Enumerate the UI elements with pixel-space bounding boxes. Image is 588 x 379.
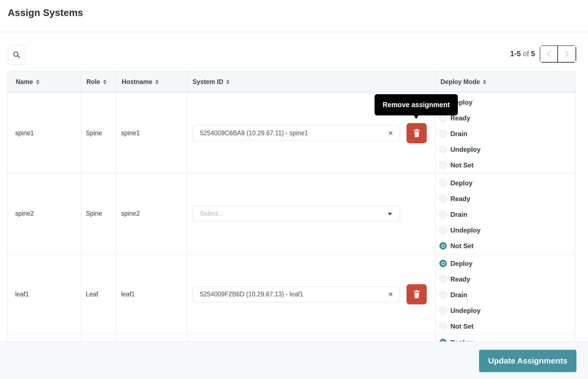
- cell-role: Spine: [81, 174, 117, 254]
- radio-unselected[interactable]: [439, 161, 447, 169]
- deploy-mode-option[interactable]: Undeploy: [439, 142, 575, 157]
- page-header: Assign Systems: [0, 0, 588, 32]
- radio-unselected[interactable]: [439, 226, 447, 234]
- column-header-hostname[interactable]: Hostname: [117, 72, 188, 92]
- radio-unselected[interactable]: [439, 114, 447, 122]
- radio-selected[interactable]: [439, 242, 447, 250]
- radio-unselected[interactable]: [439, 179, 447, 187]
- radio-unselected[interactable]: [439, 130, 447, 137]
- cell-hostname: spine1: [117, 93, 188, 173]
- cell-system-id: 5254009F2B6D (10.29.67.13) - leaf1 ✕: [188, 254, 435, 334]
- cell-system-id: Select...: [188, 174, 435, 254]
- deploy-mode-option[interactable]: Deploy: [439, 175, 575, 191]
- assign-systems-page: Assign Systems 1-5of5: [0, 0, 588, 379]
- radio-unselected[interactable]: [439, 307, 447, 314]
- radio-unselected[interactable]: [439, 146, 447, 153]
- remove-assignment-button[interactable]: [407, 123, 427, 143]
- pagination-range: 1-5of5: [510, 50, 535, 58]
- footer-bar: Update Assignments: [0, 342, 588, 379]
- cell-deploy-mode: Deploy Ready Drain Undeploy Not Set: [435, 174, 575, 254]
- radio-unselected[interactable]: [439, 211, 447, 218]
- remove-assignment-button[interactable]: [407, 284, 427, 304]
- column-header-name[interactable]: Name: [7, 72, 81, 92]
- next-page-button[interactable]: [558, 45, 576, 63]
- chevron-left-icon: [547, 50, 551, 58]
- deploy-mode-option[interactable]: Undeploy: [439, 303, 575, 318]
- sort-icon: [103, 80, 106, 84]
- deploy-mode-option[interactable]: Ready: [439, 271, 575, 287]
- search-icon: [12, 51, 21, 59]
- cell-name: spine1: [7, 93, 81, 173]
- cell-deploy-mode: Deploy Ready Drain Undeploy Not Set: [435, 254, 575, 334]
- radio-unselected[interactable]: [439, 275, 447, 283]
- radio-selected[interactable]: [439, 260, 447, 267]
- cell-role: Spine: [81, 93, 117, 173]
- system-id-select[interactable]: Select...: [193, 206, 400, 221]
- sort-icon: [36, 80, 39, 84]
- cell-hostname: leaf1: [117, 254, 188, 334]
- cell-name: leaf1: [7, 254, 81, 334]
- radio-unselected[interactable]: [439, 323, 447, 330]
- deploy-mode-option[interactable]: Ready: [439, 110, 575, 126]
- table-header-row: Name Role Hostname System ID Deploy Mode: [7, 72, 575, 93]
- caret-down-icon[interactable]: [388, 213, 392, 215]
- deploy-mode-option[interactable]: Not Set: [439, 238, 575, 254]
- column-header-system-id[interactable]: System ID: [188, 72, 435, 92]
- chevron-right-icon: [565, 50, 569, 58]
- trash-icon: [412, 289, 421, 299]
- clear-icon[interactable]: ✕: [388, 291, 393, 297]
- pagination: 1-5of5: [510, 45, 576, 63]
- table-row: leaf1 Leaf leaf1 5254009F2B6D (10.29.67.…: [7, 254, 575, 334]
- update-assignments-button[interactable]: Update Assignments: [479, 350, 576, 372]
- deploy-mode-option[interactable]: Not Set: [439, 318, 575, 334]
- deploy-mode-option[interactable]: Undeploy: [439, 222, 575, 238]
- table-row: spine2 Spine spine2 Select... Deploy Rea…: [7, 173, 575, 254]
- deploy-mode-option[interactable]: Drain: [439, 126, 575, 142]
- remove-assignment-tooltip: Remove assignment: [375, 94, 458, 115]
- clear-icon[interactable]: ✕: [388, 130, 393, 136]
- system-id-select[interactable]: 5254009F2B6D (10.29.67.13) - leaf1 ✕: [193, 286, 400, 302]
- search-button[interactable]: [8, 45, 25, 64]
- system-id-select[interactable]: 5254009C6BA9 (10.29.67.11) - spine1 ✕: [193, 125, 400, 141]
- prev-page-button[interactable]: [540, 45, 558, 63]
- deploy-mode-option[interactable]: Deploy: [439, 256, 575, 271]
- sort-icon: [483, 80, 486, 84]
- tooltip-arrow: [414, 115, 419, 119]
- column-header-deploy-mode[interactable]: Deploy Mode: [435, 72, 575, 92]
- pagination-buttons: [539, 45, 576, 63]
- sort-icon: [155, 80, 159, 84]
- systems-table: Name Role Hostname System ID Deploy Mode: [7, 71, 576, 379]
- sort-icon: [226, 80, 229, 84]
- column-header-role[interactable]: Role: [81, 72, 117, 92]
- radio-unselected[interactable]: [439, 291, 447, 299]
- radio-unselected[interactable]: [439, 195, 447, 202]
- deploy-mode-option[interactable]: Drain: [439, 207, 575, 222]
- trash-icon: [412, 128, 421, 138]
- deploy-mode-option[interactable]: Not Set: [439, 157, 575, 173]
- deploy-mode-option[interactable]: Deploy: [439, 94, 575, 110]
- cell-role: Leaf: [81, 254, 117, 334]
- table-row: spine1 Spine spine1 5254009C6BA9 (10.29.…: [7, 93, 575, 173]
- cell-name: spine2: [7, 174, 81, 254]
- deploy-mode-option[interactable]: Ready: [439, 191, 575, 207]
- cell-hostname: spine2: [117, 174, 188, 254]
- deploy-mode-option[interactable]: Drain: [439, 287, 575, 303]
- page-title: Assign Systems: [0, 0, 588, 18]
